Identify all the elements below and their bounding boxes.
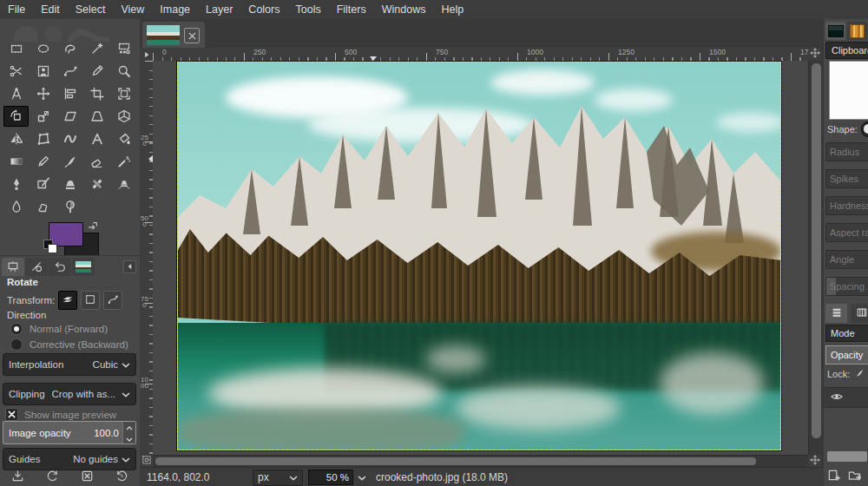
tool-flip[interactable] xyxy=(3,128,29,149)
tool-select-by-color[interactable] xyxy=(111,38,136,59)
tool-shear[interactable] xyxy=(57,106,82,127)
brush-name-button[interactable]: Clipboard xyxy=(825,42,868,59)
layer-opacity-slider[interactable]: Opacity xyxy=(825,345,868,364)
menu-edit[interactable]: Edit xyxy=(33,0,68,19)
eye-icon[interactable] xyxy=(831,391,843,404)
transform-selection-button[interactable] xyxy=(81,291,100,310)
canvas-viewport[interactable] xyxy=(153,61,808,455)
radio-normal-forward[interactable]: Normal (Forward) xyxy=(10,323,108,335)
tab-image-thumbnail[interactable] xyxy=(72,258,95,276)
v-scroll-thumb[interactable] xyxy=(812,63,821,438)
menu-view[interactable]: View xyxy=(113,0,152,19)
shape-circle-button[interactable] xyxy=(861,122,868,137)
tab-device-status[interactable] xyxy=(25,258,48,276)
reset-tool-options-button[interactable] xyxy=(115,470,128,484)
tool-move[interactable] xyxy=(30,83,56,104)
tool-perspective[interactable] xyxy=(84,106,109,127)
tab-channels[interactable] xyxy=(851,304,868,323)
h-scroll-thumb[interactable] xyxy=(155,457,756,465)
dock-resize-handle[interactable] xyxy=(827,451,867,462)
tool-unified-transform[interactable] xyxy=(111,83,136,104)
tool-color-picker[interactable] xyxy=(84,61,109,82)
close-image-button[interactable] xyxy=(184,28,200,43)
tool-bucket-fill[interactable] xyxy=(111,128,136,149)
vertical-scrollbar[interactable] xyxy=(808,61,823,455)
zoom-image-button[interactable] xyxy=(808,48,821,60)
tool-dodge-burn[interactable] xyxy=(57,196,82,217)
dock-collapse-button[interactable] xyxy=(123,260,136,273)
tool-scale[interactable] xyxy=(30,106,56,127)
show-image-preview-row[interactable]: Show image preview xyxy=(5,408,116,421)
menu-image[interactable]: Image xyxy=(152,0,198,19)
transform-layer-button[interactable] xyxy=(58,291,77,310)
zoom-dropdown-button[interactable] xyxy=(355,470,369,485)
navigation-button[interactable] xyxy=(808,455,821,467)
ruler-corner-menu-button[interactable] xyxy=(140,48,153,61)
swap-colors-icon[interactable] xyxy=(87,220,99,236)
tool-smudge[interactable] xyxy=(30,196,56,217)
tool-gradient[interactable] xyxy=(3,151,29,172)
tool-align[interactable] xyxy=(57,83,82,104)
tool-clone[interactable] xyxy=(57,174,82,194)
tab-undo-history[interactable] xyxy=(49,258,71,276)
lock-brush-icon[interactable] xyxy=(854,368,865,380)
menu-file[interactable]: File xyxy=(0,0,33,19)
new-group-button[interactable] xyxy=(848,469,861,483)
tab-layers[interactable] xyxy=(825,304,847,323)
menu-layer[interactable]: Layer xyxy=(198,0,240,19)
quick-mask-toggle[interactable] xyxy=(140,455,153,467)
horizontal-scrollbar[interactable] xyxy=(153,455,808,467)
tool-mypaint-brush[interactable] xyxy=(30,174,56,194)
tool-cage-transform[interactable] xyxy=(30,128,56,149)
menu-colors[interactable]: Colors xyxy=(240,0,287,19)
tool-warp-transform[interactable] xyxy=(57,128,82,149)
zoom-entry[interactable]: 50 % xyxy=(308,470,353,485)
tool-ellipse-select[interactable] xyxy=(30,38,56,59)
tool-blur-sharpen[interactable] xyxy=(3,196,29,217)
tool-transform-3d[interactable] xyxy=(111,106,136,127)
menu-windows[interactable]: Windows xyxy=(374,0,434,19)
tool-measure[interactable] xyxy=(3,83,29,104)
unit-dropdown[interactable]: px xyxy=(253,470,303,486)
image-tab[interactable] xyxy=(142,22,205,48)
spinner-arrows[interactable] xyxy=(122,422,135,443)
tool-pencil[interactable] xyxy=(30,151,56,172)
guides-dropdown[interactable]: Guides No guides xyxy=(3,448,136,470)
tab-brush-editor[interactable] xyxy=(825,22,845,40)
tool-perspective-clone[interactable] xyxy=(111,174,136,194)
transform-path-button[interactable] xyxy=(103,291,122,310)
layer-row[interactable] xyxy=(824,387,868,408)
default-colors-icon[interactable] xyxy=(43,240,57,253)
tool-crop[interactable] xyxy=(84,83,109,104)
tool-rotate[interactable] xyxy=(3,106,29,127)
menu-tools[interactable]: Tools xyxy=(287,0,328,19)
interpolation-dropdown[interactable]: Interpolation Cubic xyxy=(3,353,136,376)
tab-brushes[interactable] xyxy=(847,22,867,40)
tool-paths[interactable] xyxy=(57,61,82,82)
restore-tool-preset-button[interactable] xyxy=(46,470,59,484)
tool-free-select[interactable] xyxy=(57,38,82,59)
tool-scissors-select[interactable] xyxy=(3,61,29,82)
delete-tool-preset-button[interactable] xyxy=(81,470,94,484)
new-layer-button[interactable] xyxy=(827,469,840,483)
tool-foreground-select[interactable] xyxy=(30,61,56,82)
tool-heal[interactable] xyxy=(84,174,109,194)
h-ruler-label: 500 xyxy=(345,48,357,56)
tool-paintbrush[interactable] xyxy=(57,151,82,172)
tool-eraser[interactable] xyxy=(84,151,109,172)
tool-text[interactable] xyxy=(84,128,109,149)
menu-help[interactable]: Help xyxy=(433,0,471,19)
tool-airbrush[interactable] xyxy=(111,151,136,172)
image-opacity-slider[interactable]: Image opacity 100.0 xyxy=(3,421,136,444)
menu-filters[interactable]: Filters xyxy=(329,0,374,19)
menu-select[interactable]: Select xyxy=(68,0,114,19)
tool-zoom[interactable] xyxy=(111,61,136,82)
tool-fuzzy-select[interactable] xyxy=(84,38,109,59)
layer-mode-dropdown[interactable]: Mode xyxy=(825,325,868,342)
tab-tool-options[interactable] xyxy=(2,258,24,276)
radio-corrective-backward[interactable]: Corrective (Backward) xyxy=(10,338,128,351)
tool-rect-select[interactable] xyxy=(3,38,29,59)
save-tool-preset-button[interactable] xyxy=(11,470,24,484)
clipping-dropdown[interactable]: Clipping Crop with as... xyxy=(3,383,136,405)
tool-ink[interactable] xyxy=(3,174,29,194)
